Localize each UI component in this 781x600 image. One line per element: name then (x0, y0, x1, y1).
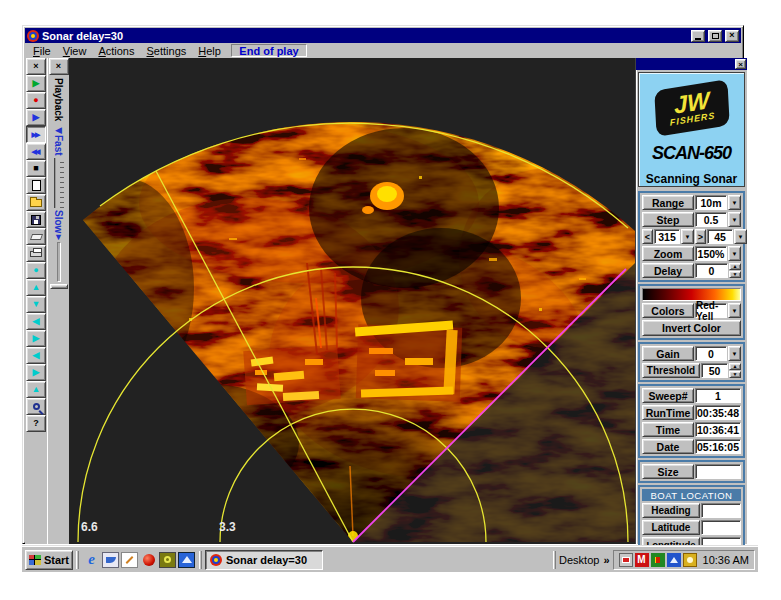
runtime-value: 00:35:48 (695, 405, 741, 420)
rewind-button[interactable]: ◀◀ (26, 143, 46, 160)
media-player-icon[interactable] (159, 552, 176, 568)
scheduler-tray-icon[interactable] (683, 553, 697, 567)
speed-slider-track[interactable] (54, 158, 64, 208)
delay-spin-up-button[interactable]: ▲ (729, 263, 741, 270)
marker-button[interactable]: ● (26, 262, 46, 279)
scan-settings-group: Range 10m ▼ Step 0.5 ▼ < 315 ▼ > 45 ▼ (638, 191, 745, 282)
menu-settings[interactable]: Settings (141, 45, 193, 57)
chevron-icon[interactable]: » (603, 554, 609, 566)
blue-app-tray-icon[interactable] (667, 553, 681, 567)
range-value[interactable]: 10m (695, 195, 727, 210)
speed-slider-thumb[interactable] (50, 284, 68, 289)
zoom-tool-button[interactable] (26, 398, 46, 415)
step-button[interactable]: Step (642, 212, 694, 227)
show-desktop-icon[interactable] (102, 552, 119, 568)
erase-button[interactable] (26, 228, 46, 245)
taskbar-clock[interactable]: 10:36 AM (703, 554, 749, 566)
bearing-start-dropdown-button[interactable]: ▼ (681, 229, 694, 244)
menu-help[interactable]: Help (192, 45, 227, 57)
tray-icons: M (619, 553, 697, 567)
restore-button[interactable] (708, 30, 722, 42)
latitude-button[interactable]: Latitude (642, 520, 700, 535)
threshold-button[interactable]: Threshold (642, 363, 700, 378)
close-toolbar-button[interactable]: × (26, 58, 46, 75)
menu-file[interactable]: File (27, 45, 57, 57)
heading-button[interactable]: Heading (642, 503, 700, 518)
toolbar-grip[interactable] (76, 551, 79, 569)
speed-slider-groove[interactable] (57, 242, 61, 282)
open-file-button[interactable] (26, 194, 46, 211)
sweep-left-button[interactable]: ◀ (26, 347, 46, 364)
display-tray-icon[interactable] (619, 553, 633, 567)
size-button[interactable]: Size (642, 464, 694, 479)
sonar-task-button[interactable]: Sonar delay=30 (205, 550, 323, 570)
colors-tray-icon[interactable] (651, 553, 665, 567)
runtime-button[interactable]: RunTime (642, 405, 694, 420)
threshold-value[interactable]: 50 (701, 363, 728, 378)
window-title: Sonar delay=30 (42, 30, 688, 42)
range-dropdown-button[interactable]: ▼ (728, 195, 741, 210)
delay-value[interactable]: 0 (695, 263, 728, 278)
pan-right-button[interactable]: ▶ (26, 330, 46, 347)
sonar-display[interactable]: 6.6 3.3 (69, 58, 635, 544)
desktop-label[interactable]: Desktop (559, 554, 599, 566)
colors-dropdown-button[interactable]: ▼ (728, 303, 741, 318)
threshold-spin-up-button[interactable]: ▲ (729, 363, 741, 370)
menu-view[interactable]: View (57, 45, 93, 57)
notes-icon[interactable] (121, 552, 138, 568)
close-icon: × (56, 62, 61, 71)
bearing-right-button[interactable]: > (695, 229, 706, 244)
step-dropdown-button[interactable]: ▼ (728, 212, 741, 227)
red-orb-icon[interactable] (140, 552, 157, 568)
sweep-up-button[interactable]: ▲ (26, 381, 46, 398)
colors-button[interactable]: Colors (642, 303, 694, 318)
date-button[interactable]: Date (642, 439, 694, 454)
menu-actions[interactable]: Actions (92, 45, 140, 57)
save-file-button[interactable] (26, 211, 46, 228)
pan-left-button[interactable]: ◀ (26, 313, 46, 330)
bearing-end-dropdown-button[interactable]: ▼ (734, 229, 747, 244)
date-value: 05:16:05 (695, 439, 741, 454)
colors-value[interactable]: Red-Yell (695, 303, 727, 318)
brand-box: JW FISHERS SCAN-650 Scanning Sonar (638, 72, 745, 187)
play-button[interactable]: ▶ (26, 75, 46, 92)
invert-color-button[interactable]: Invert Color (642, 320, 741, 336)
zoom-value[interactable]: 150% (695, 246, 727, 261)
start-button[interactable]: Start (25, 550, 73, 570)
panel-close-button[interactable]: × (735, 59, 746, 69)
bearing-left-button[interactable]: < (642, 229, 653, 244)
pan-down-button[interactable]: ▼ (26, 296, 46, 313)
fast-forward-button[interactable]: ▶▶ (26, 126, 46, 143)
minimize-button[interactable] (691, 30, 705, 42)
record-button[interactable]: ● (26, 92, 46, 109)
pan-up-button[interactable]: ▲ (26, 279, 46, 296)
toolbar-grip[interactable] (199, 551, 202, 569)
delay-button[interactable]: Delay (642, 263, 694, 278)
bearing-end-value[interactable]: 45 (707, 229, 733, 244)
delay-spin-down-button[interactable]: ▼ (729, 271, 741, 278)
zoom-button[interactable]: Zoom (642, 246, 694, 261)
zoom-dropdown-button[interactable]: ▼ (728, 246, 741, 261)
gain-dropdown-button[interactable]: ▼ (728, 346, 741, 361)
playback-status: End of play (231, 44, 307, 57)
gain-button[interactable]: Gain (642, 346, 694, 361)
toolbar-grip[interactable] (553, 551, 556, 569)
mcafee-tray-icon[interactable]: M (635, 553, 649, 567)
bearing-start-value[interactable]: 315 (654, 229, 680, 244)
close-playback-panel-button[interactable]: × (49, 58, 69, 75)
gain-value[interactable]: 0 (695, 346, 727, 361)
close-button[interactable]: × (725, 30, 739, 42)
range-button[interactable]: Range (642, 195, 694, 210)
sweep-button[interactable]: Sweep# (642, 388, 694, 403)
context-help-button[interactable]: ? (26, 415, 46, 432)
imaging-icon[interactable] (178, 552, 195, 568)
new-file-button[interactable] (26, 177, 46, 194)
time-button[interactable]: Time (642, 422, 694, 437)
step-forward-button[interactable]: ▶ (26, 109, 46, 126)
print-button[interactable] (26, 245, 46, 262)
step-value[interactable]: 0.5 (695, 212, 727, 227)
internet-explorer-icon[interactable]: e (83, 552, 100, 568)
stop-button[interactable]: ■ (26, 160, 46, 177)
threshold-spin-down-button[interactable]: ▼ (729, 371, 741, 378)
sweep-right-button[interactable]: ▶ (26, 364, 46, 381)
